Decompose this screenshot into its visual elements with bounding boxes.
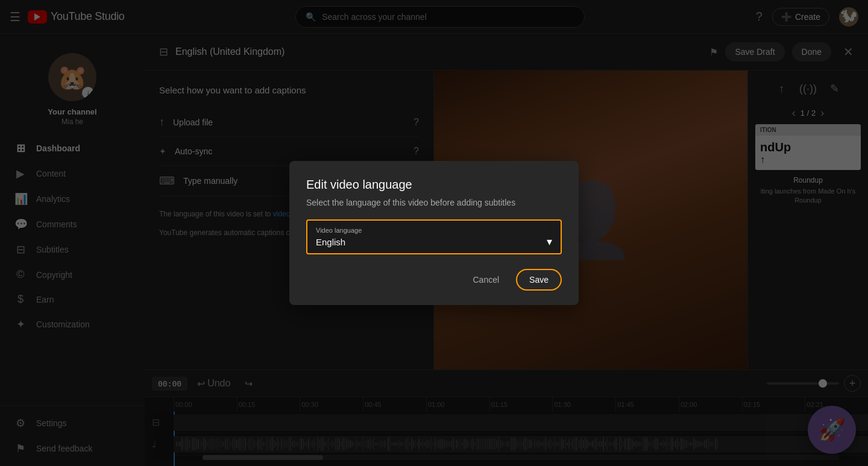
- dialog-title: Edit video language: [306, 178, 562, 192]
- dialog-actions: Cancel Save: [306, 269, 562, 291]
- select-label: Video language: [316, 227, 552, 234]
- language-select-wrapper[interactable]: Video language English ▾: [306, 219, 562, 254]
- select-value: English: [316, 237, 345, 247]
- dialog-subtitle: Select the language of this video before…: [306, 198, 562, 207]
- dialog-overlay: Edit video language Select the language …: [0, 0, 868, 466]
- save-button[interactable]: Save: [516, 269, 562, 291]
- select-row: English ▾: [316, 235, 552, 248]
- select-dropdown-icon[interactable]: ▾: [547, 235, 552, 248]
- edit-language-dialog: Edit video language Select the language …: [289, 161, 579, 305]
- cancel-button[interactable]: Cancel: [463, 270, 509, 289]
